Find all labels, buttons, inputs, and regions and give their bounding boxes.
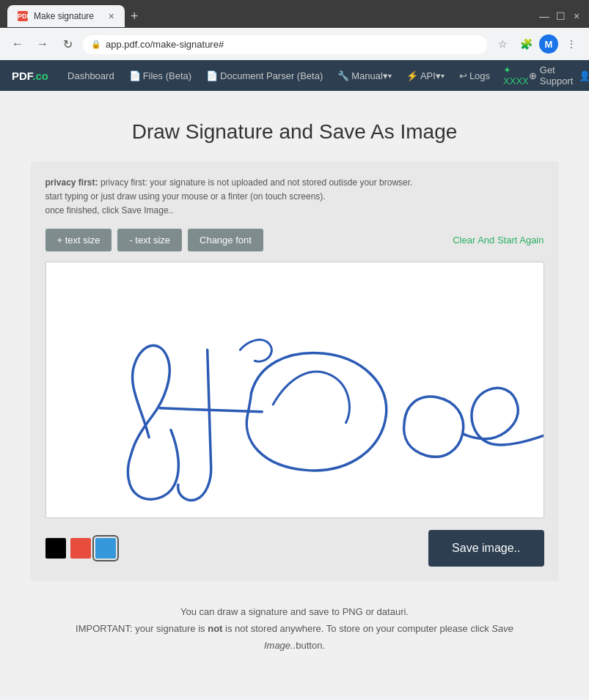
increase-text-size-button[interactable]: + text size: [45, 229, 112, 251]
tab-title: Make signature: [34, 11, 103, 21]
files-label: Files (Beta): [143, 70, 191, 81]
privacy-line-1: privacy first: privacy first: your signa…: [45, 176, 544, 190]
decrease-text-size-button[interactable]: - text size: [117, 229, 182, 251]
site-nav-right: ⊕ Get Support 👤 Sign Up 👤 Log in: [529, 65, 589, 86]
color-blue-button[interactable]: [95, 538, 116, 559]
new-tab-button[interactable]: +: [125, 6, 144, 27]
credits-display: ✦ XXXX: [503, 65, 529, 86]
api-icon: ⚡: [406, 70, 418, 81]
tab-favicon: PDF: [18, 11, 28, 21]
profile-button[interactable]: M: [539, 34, 558, 54]
sign-up-button[interactable]: 👤 Sign Up: [579, 65, 589, 86]
logs-icon: ↩: [459, 70, 467, 81]
manual-label: Manual: [351, 70, 383, 81]
extensions-button[interactable]: 🧩: [516, 34, 536, 54]
privacy-first-label: privacy first:: [45, 177, 98, 188]
dashboard-label: Dashboard: [67, 70, 114, 81]
title-bar: PDF Make signature × + — ☐ ×: [0, 0, 589, 28]
site-nav: PDF.co Dashboard 📄 Files (Beta) 📄 Docume…: [0, 60, 589, 91]
bookmark-button[interactable]: ☆: [492, 34, 513, 54]
nav-item-files[interactable]: 📄 Files (Beta): [122, 60, 199, 91]
footer-line-1: You can draw a signature and save to PNG…: [45, 603, 544, 620]
tab-close-button[interactable]: ×: [109, 10, 114, 22]
forward-button[interactable]: →: [32, 34, 53, 54]
nav-item-docparser[interactable]: 📄 Document Parser (Beta): [199, 60, 330, 91]
nav-item-logs[interactable]: ↩ Logs: [452, 60, 497, 91]
signup-icon: 👤: [579, 70, 589, 81]
files-icon: 📄: [129, 70, 141, 81]
nav-item-dashboard[interactable]: Dashboard: [60, 60, 122, 91]
nav-item-manual[interactable]: 🔧 Manual ▾: [330, 60, 399, 91]
api-arrow-icon: ▾: [436, 70, 441, 81]
color-black-button[interactable]: [45, 538, 66, 559]
active-tab[interactable]: PDF Make signature ×: [7, 5, 125, 27]
menu-button[interactable]: ⋮: [561, 34, 582, 54]
manual-icon: 🔧: [337, 70, 349, 81]
color-red-button[interactable]: [70, 538, 91, 559]
nav-item-api[interactable]: ⚡ API ▾: [399, 60, 452, 91]
footer-not-label: not: [208, 623, 222, 634]
address-text: app.pdf.co/make-signature#: [106, 39, 224, 50]
signature-canvas[interactable]: [45, 262, 544, 518]
support-label: Get Support: [540, 65, 574, 86]
page-title: Draw Signature and Save As Image: [132, 120, 458, 144]
main-content: Draw Signature and Save As Image privacy…: [0, 91, 589, 699]
get-support-button[interactable]: ⊕ Get Support: [529, 65, 574, 86]
site-logo: PDF.co: [12, 70, 48, 82]
toolbar-right: ☆ 🧩 M ⋮: [492, 34, 582, 54]
docparser-icon: 📄: [206, 70, 218, 81]
close-window-button[interactable]: ×: [571, 11, 582, 21]
back-button[interactable]: ←: [7, 34, 28, 54]
browser-toolbar: ← → ↻ 🔒 app.pdf.co/make-signature# ☆ 🧩 M…: [0, 28, 589, 60]
footer-end: button.: [296, 640, 325, 651]
logs-label: Logs: [469, 70, 490, 81]
browser-chrome: PDF Make signature × + — ☐ × ← → ↻ 🔒 app…: [0, 0, 589, 60]
browser-tabs: PDF Make signature × +: [7, 5, 144, 27]
footer-line-2: IMPORTANT: your signature is not is not …: [45, 620, 544, 655]
controls-row: + text size - text size Change font Clea…: [45, 229, 544, 251]
api-label: API: [420, 70, 436, 81]
footer-suffix: is not stored anywhere. To store on your…: [222, 623, 491, 634]
footer-content: You can draw a signature and save to PNG…: [31, 581, 559, 677]
save-image-button[interactable]: Save image..: [428, 530, 544, 567]
reload-button[interactable]: ↻: [57, 34, 78, 54]
signature-drawing: [46, 262, 544, 517]
bottom-row: Save image..: [45, 530, 544, 567]
address-bar[interactable]: 🔒 app.pdf.co/make-signature#: [82, 34, 488, 54]
maximize-button[interactable]: ☐: [555, 11, 566, 21]
minimize-button[interactable]: —: [539, 11, 549, 21]
manual-arrow-icon: ▾: [383, 70, 388, 81]
change-font-button[interactable]: Change font: [188, 229, 263, 251]
clear-button[interactable]: Clear And Start Again: [453, 235, 544, 246]
signature-panel: privacy first: privacy first: your signa…: [31, 161, 559, 581]
footer-important-prefix: IMPORTANT: your signature is: [76, 623, 208, 634]
lock-icon: 🔒: [91, 40, 101, 49]
support-icon: ⊕: [529, 70, 537, 81]
privacy-notice: privacy first: privacy first: your signa…: [45, 176, 544, 218]
privacy-line-2: start typing or just draw using your mou…: [45, 190, 544, 204]
docparser-label: Document Parser (Beta): [220, 70, 323, 81]
window-controls: — ☐ ×: [539, 11, 582, 21]
privacy-line-3: once finished, click Save Image..: [45, 204, 544, 218]
color-swatches: [45, 538, 116, 559]
